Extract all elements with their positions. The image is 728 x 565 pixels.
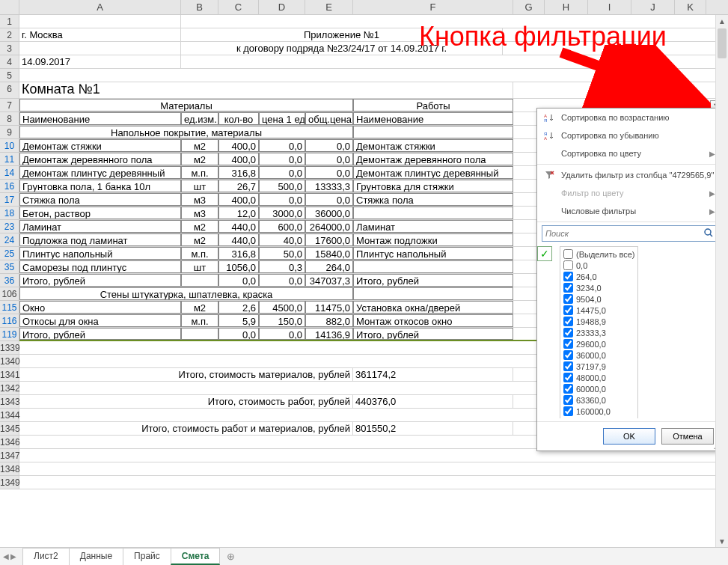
filter-value-item[interactable]: 19488,9 [562, 316, 636, 327]
total-label[interactable]: Итого, стоимость материалов, рублей [19, 368, 353, 381]
filter-checkbox[interactable] [563, 406, 573, 416]
table-cell[interactable]: м.п. [181, 166, 218, 179]
filter-checkbox[interactable] [563, 272, 573, 281]
table-cell[interactable]: 17600,0 [305, 233, 353, 246]
table-cell[interactable]: шт [181, 260, 218, 273]
table-cell[interactable]: 400,0 [218, 193, 259, 206]
filter-search-input[interactable] [542, 225, 717, 242]
table-cell[interactable]: Итого, рублей [353, 328, 513, 340]
row-header[interactable]: 1344 [0, 409, 19, 422]
table-cell[interactable]: Итого, рублей [353, 274, 513, 287]
ok-button[interactable]: OK [603, 428, 655, 445]
table-cell[interactable]: Подложка под ламинат [19, 233, 181, 246]
table-cell[interactable]: м2 [181, 139, 218, 152]
row-header[interactable]: 1349 [0, 476, 19, 489]
apply-check-icon[interactable]: ✓ [537, 246, 552, 261]
table-cell[interactable] [181, 274, 218, 287]
scroll-thumb[interactable] [718, 28, 727, 58]
table-cell[interactable]: 13333,3 [305, 180, 353, 192]
filter-value-item[interactable]: 9504,0 [562, 293, 636, 305]
filter-checkbox[interactable] [563, 328, 573, 338]
table-cell[interactable]: Саморезы под плинтус [19, 260, 181, 273]
filter-value-item[interactable]: 264,0 [562, 271, 636, 282]
col-header[interactable]: B [181, 0, 218, 14]
table-cell[interactable]: м3 [181, 193, 218, 206]
table-cell[interactable]: Монтаж откосов окно [353, 314, 513, 327]
filter-value-item[interactable]: 14475,0 [562, 305, 636, 316]
table-cell[interactable]: 12,0 [218, 207, 259, 219]
row-header[interactable]: 10 [0, 139, 19, 153]
filter-checkbox[interactable] [563, 260, 573, 270]
table-cell[interactable]: Демонтаж стяжки [19, 139, 181, 152]
table-cell[interactable]: 0,3 [259, 260, 305, 273]
table-cell[interactable]: Ламинат [353, 220, 513, 233]
table-cell[interactable]: Итого, рублей [19, 328, 181, 340]
col-header[interactable]: K [675, 0, 706, 14]
table-cell[interactable]: Плинтус напольный [353, 247, 513, 260]
row-header[interactable]: 23 [0, 220, 19, 233]
filter-value-item[interactable]: 23333,3 [562, 327, 636, 338]
row-header[interactable]: 106 [0, 287, 19, 301]
sort-by-color[interactable]: Сортировка по цвету ▶ [537, 144, 721, 162]
table-cell[interactable]: м.п. [181, 247, 218, 260]
filter-checkbox[interactable] [563, 305, 573, 315]
row-header[interactable]: 36 [0, 274, 19, 287]
table-cell[interactable]: 0,0 [305, 166, 353, 179]
row-header[interactable]: 1347 [0, 449, 19, 462]
filter-value-item[interactable]: 160000,0 [562, 406, 636, 417]
sheet-tab[interactable]: Прайс [123, 548, 171, 565]
cancel-button[interactable]: Отмена [661, 428, 714, 445]
table-cell[interactable]: 2,6 [218, 301, 259, 314]
filter-value-item[interactable]: 36000,0 [562, 349, 636, 361]
row-header[interactable]: 116 [0, 314, 19, 328]
row-header[interactable]: 119 [0, 328, 19, 341]
nav-prev-icon[interactable]: ◀ [3, 552, 9, 561]
table-cell[interactable] [181, 328, 218, 340]
scroll-down-icon[interactable]: ▼ [716, 535, 728, 547]
col-header[interactable]: E [305, 0, 353, 14]
row-header[interactable]: 16 [0, 180, 19, 193]
row-header[interactable]: 1348 [0, 462, 19, 476]
table-cell[interactable]: 440,0 [218, 220, 259, 233]
filter-checkbox[interactable] [563, 373, 573, 382]
table-cell[interactable]: м2 [181, 233, 218, 246]
table-cell[interactable]: 347037,3 [305, 274, 353, 287]
number-filters[interactable]: Числовые фильтры ▶ [537, 202, 721, 220]
row-header[interactable]: 8 [0, 112, 19, 126]
row-header[interactable]: 115 [0, 301, 19, 314]
filter-checkbox[interactable] [563, 384, 573, 394]
table-cell[interactable]: Бетон, раствор [19, 207, 181, 219]
table-cell[interactable]: 50,0 [259, 247, 305, 260]
table-cell[interactable]: 316,8 [218, 247, 259, 260]
row-header[interactable]: 3 [0, 42, 19, 55]
table-cell[interactable]: 0,0 [305, 193, 353, 206]
nav-next-icon[interactable]: ▶ [10, 552, 16, 561]
total-value[interactable]: 361174,2 [353, 368, 513, 381]
table-cell[interactable]: 11475,0 [305, 301, 353, 314]
table-cell[interactable]: 14136,9 [305, 328, 353, 340]
sheet-tab[interactable]: Смета [171, 548, 221, 565]
row-header[interactable]: 1340 [0, 355, 19, 368]
table-cell[interactable]: 316,8 [218, 166, 259, 179]
sheet-tab[interactable]: Лист2 [22, 548, 70, 565]
table-cell[interactable]: Ламинат [19, 220, 181, 233]
table-cell[interactable]: Итого, рублей [19, 274, 181, 287]
row-header[interactable]: 18 [0, 207, 19, 220]
table-cell[interactable]: Демонтаж деревянного пола [353, 153, 513, 165]
table-cell[interactable]: шт [181, 180, 218, 192]
table-cell[interactable]: Демонтаж плинтус деревянный [19, 166, 181, 179]
row-header[interactable]: 9 [0, 126, 19, 139]
row-header[interactable]: 1341 [0, 368, 19, 382]
table-cell[interactable]: 26,7 [218, 180, 259, 192]
table-cell[interactable]: 0,0 [259, 166, 305, 179]
filter-checkbox[interactable] [563, 350, 573, 360]
total-label[interactable]: Итого, стоимость работ, рублей [19, 395, 353, 408]
table-cell[interactable]: 150,0 [259, 314, 305, 327]
filter-value-item[interactable]: 29600,0 [562, 338, 636, 349]
sort-desc[interactable]: ЯА Сортировка по убыванию [537, 126, 721, 144]
scroll-up-icon[interactable]: ▲ [716, 15, 728, 27]
table-cell[interactable]: 15840,0 [305, 247, 353, 260]
row-header[interactable]: 24 [0, 233, 19, 247]
col-header[interactable]: C [218, 0, 259, 14]
col-header[interactable]: D [259, 0, 305, 14]
